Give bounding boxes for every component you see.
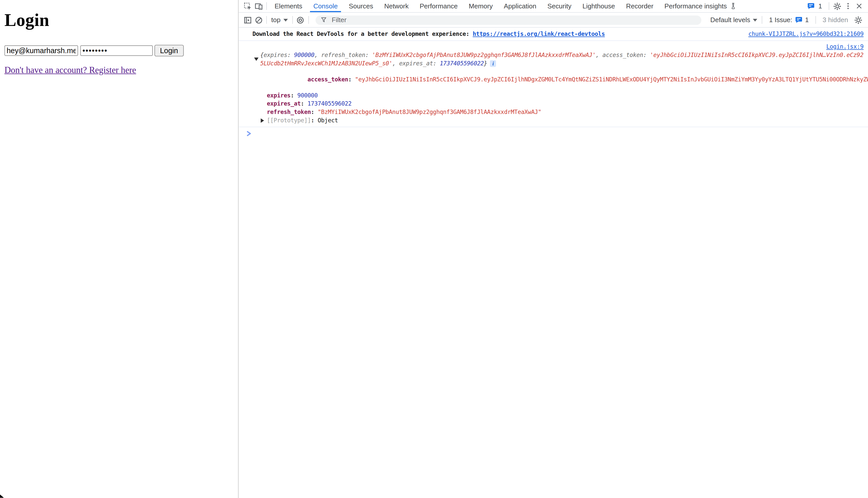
tab-elements[interactable]: Elements (269, 0, 308, 12)
tab-memory[interactable]: Memory (463, 0, 498, 12)
context-selector-label: top (271, 16, 281, 24)
issue-message-icon (795, 16, 803, 24)
object-properties: access_token: "eyJhbGciOiJIUzI1NiIsInR5c… (267, 67, 868, 124)
tab-recorder[interactable]: Recorder (621, 0, 659, 12)
more-options-kebab-icon[interactable] (843, 0, 854, 11)
tab-performance[interactable]: Performance (414, 0, 463, 12)
issues-counter[interactable]: 1 Issue: 1 (769, 16, 809, 24)
issues-label: 1 Issue: (769, 16, 792, 24)
console-message-object: Login.jsx:9 {expires: 900000, refresh_to… (239, 41, 868, 127)
tab-performance-insights-label: Performance insights (664, 2, 727, 10)
object-preview: {expires: 900000, refresh_token: 'BzMYiI… (260, 51, 864, 67)
chevron-down-icon (283, 18, 288, 21)
divider (762, 16, 762, 24)
password-field[interactable] (80, 45, 153, 56)
chevron-down-icon (753, 18, 757, 21)
tab-network[interactable]: Network (379, 0, 414, 12)
tab-lighthouse[interactable]: Lighthouse (577, 0, 621, 12)
divider (266, 16, 267, 24)
collapse-triangle-icon[interactable] (254, 57, 258, 61)
console-prompt[interactable] (239, 127, 868, 136)
tab-sources[interactable]: Sources (343, 0, 379, 12)
console-output: Download the React DevTools for a better… (239, 28, 868, 136)
console-message-react-devtools: Download the React DevTools for a better… (239, 28, 868, 41)
console-toolbar: top Default levels 1 Issue: 1 (239, 13, 868, 28)
property-access-token: access_token: "eyJhbGciOiJIUzI1NiIsInR5c… (267, 67, 868, 92)
tab-performance-insights[interactable]: Performance insights (659, 0, 742, 12)
settings-gear-icon[interactable] (831, 0, 842, 11)
filter-box[interactable] (315, 15, 702, 25)
property-expires: expires: 900000 (267, 92, 868, 100)
tab-console[interactable]: Console (308, 0, 343, 12)
clear-console-icon[interactable] (253, 14, 264, 25)
devtools-tabbar: Elements Console Sources Network Perform… (239, 0, 868, 13)
message-text: Download the React DevTools for a better… (253, 30, 605, 38)
react-devtools-link[interactable]: https://reactjs.org/link/react-devtools (473, 30, 605, 37)
divider (292, 16, 293, 24)
messages-count: 1 (818, 2, 822, 10)
context-selector-dropdown[interactable]: top (269, 16, 290, 24)
log-levels-dropdown[interactable]: Default levels (708, 16, 760, 24)
login-form: Login (4, 45, 233, 56)
info-icon: i (490, 60, 496, 67)
property-expires-at: expires_at: 1737405596022 (267, 100, 868, 108)
funnel-icon (320, 16, 327, 23)
close-devtools-icon[interactable] (854, 0, 865, 11)
register-link[interactable]: Don't have an account? Register here (4, 65, 136, 75)
inspect-element-icon[interactable] (242, 0, 253, 11)
property-prototype: [[Prototype]]: Object (267, 116, 868, 124)
divider (266, 2, 267, 10)
prompt-chevron-icon (246, 130, 252, 136)
email-field[interactable] (4, 45, 78, 56)
hidden-messages-label: 3 hidden (823, 16, 848, 24)
login-button[interactable]: Login (154, 45, 183, 56)
tab-security[interactable]: Security (542, 0, 577, 12)
source-link[interactable]: chunk-VIJJTZRL.js?v=960bd321:21609 (748, 30, 864, 38)
experiment-flask-icon (729, 2, 737, 10)
login-page: Login Login Don't have an account? Regis… (0, 0, 238, 498)
divider (308, 16, 309, 24)
tabbar-right-controls: 1 (806, 0, 865, 11)
divider (829, 2, 829, 10)
expand-triangle-icon[interactable] (261, 118, 264, 122)
console-settings-gear-icon[interactable] (853, 14, 864, 25)
devtools-panel: Elements Console Sources Network Perform… (238, 0, 868, 498)
filter-input[interactable] (331, 15, 697, 24)
devtools-tabs: Elements Console Sources Network Perform… (269, 0, 742, 12)
create-live-expression-eye-icon[interactable] (295, 14, 306, 25)
issues-count: 1 (805, 16, 809, 24)
log-levels-label: Default levels (711, 16, 750, 24)
mouse-cursor (0, 495, 4, 498)
source-link[interactable]: Login.jsx:9 (826, 43, 864, 50)
page-title: Login (4, 10, 233, 30)
tab-application[interactable]: Application (498, 0, 542, 12)
console-sidebar-icon[interactable] (242, 14, 253, 25)
property-refresh-token: refresh_token: "BzMYiIWUxK2cbgofAjPbAnut… (267, 108, 868, 116)
console-messages-badge-icon[interactable] (806, 0, 817, 11)
divider (815, 16, 816, 24)
device-toolbar-icon[interactable] (253, 0, 264, 11)
